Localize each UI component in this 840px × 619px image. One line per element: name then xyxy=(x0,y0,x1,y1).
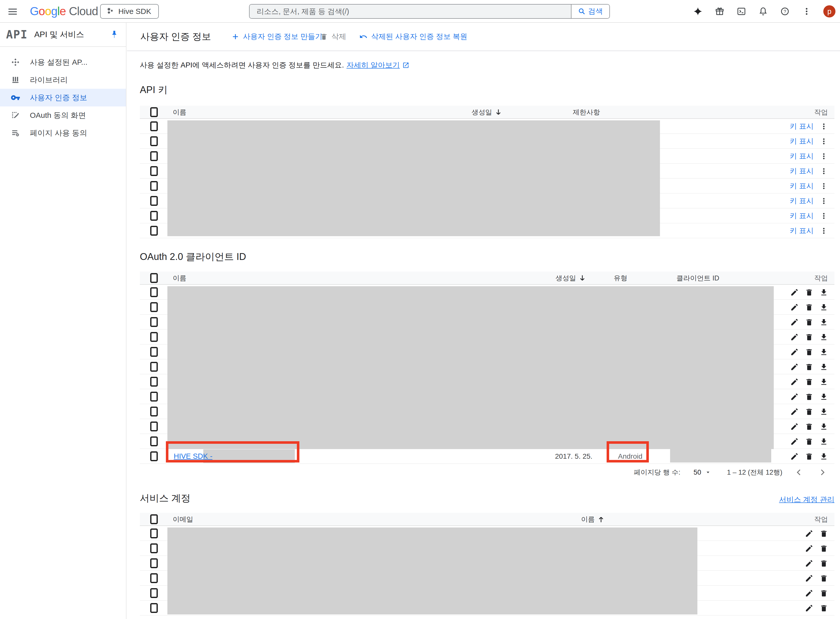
edit-icon[interactable] xyxy=(790,362,799,371)
row-checkbox[interactable] xyxy=(150,573,158,583)
show-key-link[interactable]: 키 표시 xyxy=(790,121,814,132)
delete-icon[interactable] xyxy=(819,559,828,568)
row-checkbox[interactable] xyxy=(150,558,158,568)
sidebar-item-oauth-consent[interactable]: OAuth 동의 화면 xyxy=(0,106,126,124)
row-checkbox[interactable] xyxy=(150,317,158,327)
search-button[interactable]: 검색 xyxy=(571,4,609,18)
row-checkbox[interactable] xyxy=(150,377,158,387)
more-options-icon[interactable] xyxy=(819,211,828,220)
project-selector[interactable]: Hive SDK xyxy=(100,4,159,19)
help-icon[interactable]: ? xyxy=(780,6,790,16)
edit-icon[interactable] xyxy=(805,544,814,553)
row-checkbox[interactable] xyxy=(150,362,158,372)
show-key-link[interactable]: 키 표시 xyxy=(790,226,814,236)
row-checkbox[interactable] xyxy=(150,407,158,416)
sidebar-item-enabled-apis[interactable]: 사용 설정된 AP... xyxy=(0,53,126,71)
download-icon[interactable] xyxy=(819,303,828,312)
download-icon[interactable] xyxy=(819,288,828,297)
delete-icon[interactable] xyxy=(805,392,814,401)
next-page-icon[interactable] xyxy=(817,467,827,477)
delete-icon[interactable] xyxy=(819,589,828,598)
client-name-link[interactable]: HIVE SDK - xyxy=(174,449,212,464)
sidebar-item-credentials[interactable]: 사용자 인증 정보 xyxy=(0,89,126,106)
rows-per-page-select[interactable]: 50 xyxy=(694,468,711,476)
show-key-link[interactable]: 키 표시 xyxy=(790,181,814,191)
row-checkbox[interactable] xyxy=(150,166,158,176)
download-icon[interactable] xyxy=(819,377,828,386)
gift-icon[interactable] xyxy=(714,6,725,16)
download-icon[interactable] xyxy=(819,318,828,327)
more-options-icon[interactable] xyxy=(819,226,828,235)
row-checkbox[interactable] xyxy=(150,588,158,598)
delete-icon[interactable] xyxy=(819,574,828,583)
delete-icon[interactable] xyxy=(805,362,814,371)
restore-credentials-button[interactable]: 삭제된 사용자 인증 정보 복원 xyxy=(359,23,467,51)
delete-icon[interactable] xyxy=(819,529,828,538)
sidebar-item-page-usage-consent[interactable]: 페이지 사용 동의 xyxy=(0,124,126,142)
row-checkbox[interactable] xyxy=(150,181,158,191)
delete-icon[interactable] xyxy=(805,347,814,357)
column-created[interactable]: 생성일 xyxy=(556,272,587,285)
edit-icon[interactable] xyxy=(790,332,799,342)
edit-icon[interactable] xyxy=(790,347,799,357)
edit-icon[interactable] xyxy=(790,288,799,297)
edit-icon[interactable] xyxy=(790,437,799,446)
edit-icon[interactable] xyxy=(805,604,814,613)
more-options-icon[interactable] xyxy=(819,196,828,206)
delete-icon[interactable] xyxy=(805,452,814,461)
delete-icon[interactable] xyxy=(805,437,814,446)
pin-icon[interactable] xyxy=(110,30,119,40)
previous-page-icon[interactable] xyxy=(794,467,804,477)
search-input[interactable] xyxy=(250,4,571,18)
row-checkbox[interactable] xyxy=(150,226,158,236)
row-checkbox[interactable] xyxy=(150,121,158,131)
edit-icon[interactable] xyxy=(805,529,814,538)
delete-icon[interactable] xyxy=(819,544,828,553)
delete-icon[interactable] xyxy=(819,604,828,613)
download-icon[interactable] xyxy=(819,407,828,416)
row-checkbox[interactable] xyxy=(150,528,158,538)
download-icon[interactable] xyxy=(819,347,828,357)
row-checkbox[interactable] xyxy=(150,332,158,342)
row-checkbox[interactable] xyxy=(150,392,158,402)
row-checkbox[interactable] xyxy=(150,437,158,446)
download-icon[interactable] xyxy=(819,362,828,371)
delete-icon[interactable] xyxy=(805,318,814,327)
edit-icon[interactable] xyxy=(805,559,814,568)
download-icon[interactable] xyxy=(819,332,828,342)
show-key-link[interactable]: 키 표시 xyxy=(790,196,814,206)
more-options-icon[interactable] xyxy=(819,137,828,146)
more-options-icon[interactable] xyxy=(819,152,828,161)
row-checkbox[interactable] xyxy=(150,347,158,357)
row-checkbox[interactable] xyxy=(150,211,158,221)
delete-icon[interactable] xyxy=(805,377,814,386)
column-created[interactable]: 생성일 xyxy=(472,106,503,119)
show-key-link[interactable]: 키 표시 xyxy=(790,151,814,161)
edit-icon[interactable] xyxy=(790,422,799,431)
select-all-checkbox[interactable] xyxy=(150,107,158,117)
more-options-icon[interactable] xyxy=(801,6,812,16)
menu-icon[interactable] xyxy=(7,6,18,17)
edit-icon[interactable] xyxy=(805,589,814,598)
row-checkbox[interactable] xyxy=(150,603,158,613)
row-checkbox[interactable] xyxy=(150,543,158,553)
row-checkbox[interactable] xyxy=(150,136,158,146)
more-options-icon[interactable] xyxy=(819,182,828,191)
download-icon[interactable] xyxy=(819,437,828,446)
row-checkbox[interactable] xyxy=(150,302,158,312)
sidebar-item-library[interactable]: 라이브러리 xyxy=(0,71,126,89)
download-icon[interactable] xyxy=(819,452,828,461)
edit-icon[interactable] xyxy=(790,452,799,461)
edit-icon[interactable] xyxy=(805,574,814,583)
more-options-icon[interactable] xyxy=(819,167,828,176)
delete-icon[interactable] xyxy=(805,332,814,342)
delete-icon[interactable] xyxy=(805,303,814,312)
column-name[interactable]: 이름 xyxy=(581,513,605,526)
delete-icon[interactable] xyxy=(805,422,814,431)
row-checkbox[interactable] xyxy=(150,287,158,297)
more-options-icon[interactable] xyxy=(819,122,828,131)
show-key-link[interactable]: 키 표시 xyxy=(790,166,814,176)
delete-icon[interactable] xyxy=(805,407,814,416)
cloud-shell-icon[interactable] xyxy=(736,6,746,16)
show-key-link[interactable]: 키 표시 xyxy=(790,211,814,221)
